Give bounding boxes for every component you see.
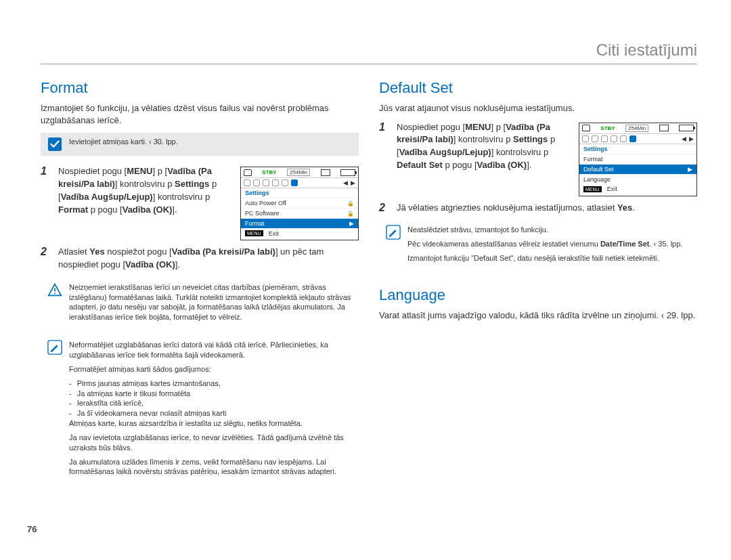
- tip-note: Neatslēdziet strāvu, izmantojot šo funkc…: [379, 221, 697, 272]
- step-number: 1: [379, 121, 390, 133]
- step-text: Atlasiet Yes nospiežot pogu [Vadība (Pa …: [58, 246, 359, 272]
- battery-icon: [340, 169, 355, 176]
- pencil-icon: [47, 340, 62, 355]
- menu-badge: MENU: [245, 230, 263, 236]
- screen-section: Settings: [579, 144, 696, 154]
- format-heading: Format: [41, 79, 359, 97]
- step-text: Nospiediet pogu [MENU] p [Vadība (Pa kre…: [397, 121, 569, 172]
- menu-badge: MENU: [583, 186, 602, 192]
- stby-label: STBY: [262, 169, 276, 175]
- time-remaining: 254Min: [625, 125, 648, 132]
- battery-icon: [679, 125, 694, 131]
- warning-note: Neizņemiet ierakstīšanas ierīci un nevei…: [41, 278, 359, 326]
- time-remaining: 254Min: [287, 169, 310, 176]
- mode-icons-row: ◀▶: [241, 178, 358, 188]
- page-number: 76: [27, 524, 37, 534]
- screen-item-selected: Format▶: [241, 218, 358, 228]
- card-icon: [321, 169, 330, 176]
- page-title: Citi iestatījumi: [41, 41, 697, 64]
- format-intro: Izmantojiet šo funkciju, ja vēlaties dzē…: [41, 102, 359, 126]
- default-set-intro: Jūs varat atjaunot visus noklusējuma ies…: [379, 102, 697, 114]
- default-step-1: 1 Nospiediet pogu [MENU] p [Vadība (Pa k…: [379, 121, 697, 196]
- stby-label: STBY: [600, 125, 615, 131]
- camera-screen-default: STBY 254Min ◀▶ Settings Format: [579, 123, 697, 196]
- language-intro: Varat atlasīt jums vajadzīgo valodu, kād…: [379, 309, 697, 322]
- mode-icons-row: ◀▶: [579, 134, 696, 144]
- screen-item: Format: [579, 154, 696, 164]
- camcorder-icon: [582, 125, 590, 131]
- tip-text: Neatslēdziet strāvu, izmantojot šo funkc…: [407, 225, 690, 267]
- left-column: Format Izmantojiet šo funkciju, ja vēlat…: [41, 77, 359, 494]
- step-text: Nospiediet pogu [MENU] p [Vadība (Pa kre…: [58, 165, 231, 216]
- svg-point-2: [54, 293, 56, 294]
- format-step-2: 2 Atlasiet Yes nospiežot pogu [Vadība (P…: [41, 246, 359, 272]
- screen-item: Auto Power Off🔒: [241, 198, 358, 208]
- step-number: 1: [41, 165, 51, 177]
- tip-note: Neformatējiet uzglabāšanas ierīci datorā…: [41, 336, 359, 485]
- pencil-icon: [386, 225, 401, 240]
- camcorder-icon: [244, 169, 252, 176]
- prerequisite-note: Ievietojiet atmiņas karti. ‹ 30. lpp.: [41, 133, 359, 156]
- screen-item-selected: Default Set▶: [579, 164, 696, 174]
- check-icon: [47, 137, 62, 152]
- step-text: Jā vēlaties atgriezties noklusējuma iest…: [397, 202, 697, 215]
- right-column: Default Set Jūs varat atjaunot visus nok…: [379, 77, 697, 494]
- screen-section: Settings: [241, 188, 358, 198]
- warning-text: Neizņemiet ierakstīšanas ierīci un nevei…: [69, 282, 352, 322]
- prerequisite-text: Ievietojiet atmiņas karti. ‹ 30. lpp.: [69, 137, 352, 147]
- screen-item: Language: [579, 174, 696, 184]
- card-icon: [659, 125, 669, 131]
- warning-icon: [47, 282, 62, 297]
- camera-screen-format: STBY 254Min ◀▶ Settings Auto Power Off🔒: [240, 167, 359, 240]
- step-number: 2: [41, 246, 51, 258]
- default-set-heading: Default Set: [379, 79, 697, 97]
- default-step-2: 2 Jā vēlaties atgriezties noklusējuma ie…: [379, 202, 697, 215]
- language-heading: Language: [379, 286, 697, 304]
- format-step-1: 1 Nospiediet pogu [MENU] p [Vadība (Pa k…: [41, 165, 359, 240]
- step-number: 2: [379, 202, 390, 214]
- screen-item: PC Software🔒: [241, 208, 358, 218]
- tip-text: Neformatējiet uzglabāšanas ierīci datorā…: [69, 340, 352, 481]
